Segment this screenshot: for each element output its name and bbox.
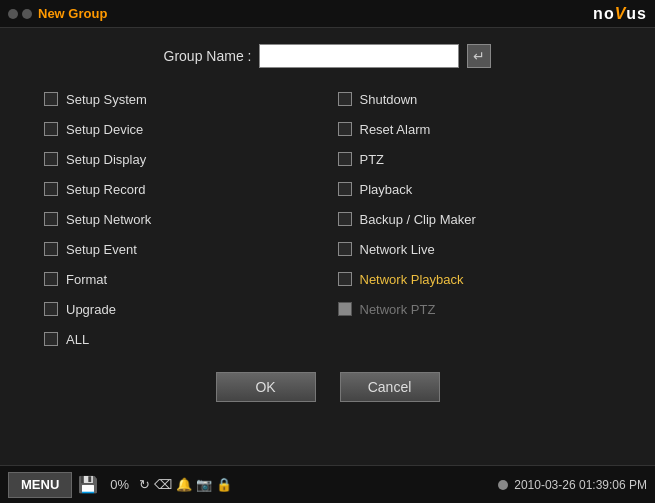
label-setup-network: Setup Network [66, 212, 151, 227]
label-shutdown: Shutdown [360, 92, 418, 107]
checkbox-item-reset-alarm[interactable]: Reset Alarm [338, 116, 612, 142]
datetime: 2010-03-26 01:39:06 PM [514, 478, 647, 492]
dot-2 [22, 9, 32, 19]
enter-icon[interactable]: ↵ [467, 44, 491, 68]
checkbox-playback[interactable] [338, 182, 352, 196]
hdd-percent: 0% [110, 477, 129, 492]
checkbox-item-setup-record[interactable]: Setup Record [44, 176, 318, 202]
title-bar: New Group noVus [0, 0, 655, 28]
checkbox-setup-system[interactable] [44, 92, 58, 106]
label-format: Format [66, 272, 107, 287]
dialog: Group Name : ↵ Setup System Shutdown Set… [0, 28, 655, 465]
status-dot [498, 480, 508, 490]
checkbox-setup-record[interactable] [44, 182, 58, 196]
status-bar: MENU 💾 0% ↻ ⌫ 🔔 📷 🔒 2010-03-26 01:39:06 … [0, 465, 655, 503]
label-network-ptz: Network PTZ [360, 302, 436, 317]
hdd-icon: 💾 [78, 475, 98, 494]
label-playback: Playback [360, 182, 413, 197]
label-setup-event: Setup Event [66, 242, 137, 257]
checkbox-item-network-ptz: Network PTZ [338, 296, 612, 322]
checkbox-setup-network[interactable] [44, 212, 58, 226]
group-name-label: Group Name : [164, 48, 252, 64]
label-network-live: Network Live [360, 242, 435, 257]
empty-cell [338, 326, 612, 352]
window-dots [8, 9, 32, 19]
checkbox-item-all[interactable]: ALL [44, 326, 318, 352]
network-icon: ↻ [139, 477, 150, 492]
checkbox-format[interactable] [44, 272, 58, 286]
usb-icon: ⌫ [154, 477, 172, 492]
checkbox-item-shutdown[interactable]: Shutdown [338, 86, 612, 112]
checkbox-item-network-playback[interactable]: Network Playback [338, 266, 612, 292]
label-setup-display: Setup Display [66, 152, 146, 167]
dot-1 [8, 9, 18, 19]
title-bar-left: New Group [8, 6, 107, 21]
group-name-row: Group Name : ↵ [24, 44, 631, 68]
ok-button[interactable]: OK [216, 372, 316, 402]
checkbox-network-live[interactable] [338, 242, 352, 256]
label-setup-record: Setup Record [66, 182, 146, 197]
checkbox-setup-event[interactable] [44, 242, 58, 256]
checkbox-backup-clip-maker[interactable] [338, 212, 352, 226]
checkbox-item-setup-network[interactable]: Setup Network [44, 206, 318, 232]
checkbox-item-format[interactable]: Format [44, 266, 318, 292]
label-backup-clip-maker: Backup / Clip Maker [360, 212, 476, 227]
checkbox-setup-display[interactable] [44, 152, 58, 166]
checkbox-all[interactable] [44, 332, 58, 346]
status-icons-group: ↻ ⌫ 🔔 📷 🔒 [139, 477, 232, 492]
checkbox-shutdown[interactable] [338, 92, 352, 106]
bell-icon: 🔔 [176, 477, 192, 492]
window-title: New Group [38, 6, 107, 21]
checkbox-setup-device[interactable] [44, 122, 58, 136]
checkbox-item-network-live[interactable]: Network Live [338, 236, 612, 262]
group-name-input[interactable] [259, 44, 459, 68]
checkbox-item-setup-system[interactable]: Setup System [44, 86, 318, 112]
checkbox-ptz[interactable] [338, 152, 352, 166]
label-all: ALL [66, 332, 89, 347]
status-right: 2010-03-26 01:39:06 PM [498, 478, 647, 492]
checkbox-item-setup-event[interactable]: Setup Event [44, 236, 318, 262]
checkbox-item-playback[interactable]: Playback [338, 176, 612, 202]
logo: noVus [593, 5, 647, 23]
cancel-button[interactable]: Cancel [340, 372, 440, 402]
checkbox-item-backup-clip-maker[interactable]: Backup / Clip Maker [338, 206, 612, 232]
lock-icon: 🔒 [216, 477, 232, 492]
checkbox-item-setup-device[interactable]: Setup Device [44, 116, 318, 142]
label-reset-alarm: Reset Alarm [360, 122, 431, 137]
label-ptz: PTZ [360, 152, 385, 167]
checkbox-item-upgrade[interactable]: Upgrade [44, 296, 318, 322]
checkbox-upgrade[interactable] [44, 302, 58, 316]
checkbox-item-ptz[interactable]: PTZ [338, 146, 612, 172]
label-network-playback: Network Playback [360, 272, 464, 287]
checkboxes-grid: Setup System Shutdown Setup Device Reset… [24, 86, 631, 352]
buttons-row: OK Cancel [24, 372, 631, 402]
menu-button[interactable]: MENU [8, 472, 72, 498]
cam-icon: 📷 [196, 477, 212, 492]
checkbox-network-ptz [338, 302, 352, 316]
label-upgrade: Upgrade [66, 302, 116, 317]
checkbox-network-playback[interactable] [338, 272, 352, 286]
checkbox-item-setup-display[interactable]: Setup Display [44, 146, 318, 172]
checkbox-reset-alarm[interactable] [338, 122, 352, 136]
label-setup-device: Setup Device [66, 122, 143, 137]
label-setup-system: Setup System [66, 92, 147, 107]
